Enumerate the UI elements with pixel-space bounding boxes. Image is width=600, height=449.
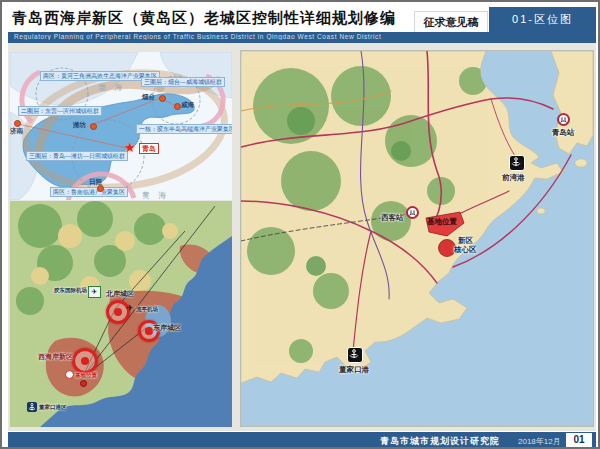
north-city-label: 北岸城区: [106, 289, 134, 299]
city-label-jinan: 济南: [10, 127, 23, 136]
dongjiakou-area-icon: [27, 402, 37, 412]
city-dot-jinan: [14, 120, 21, 127]
target-marker-west-coast: [72, 348, 98, 374]
qingdao-label-chip: 青岛: [139, 143, 159, 154]
regional-label-dongying-binzhou: 二圈层：东营—滨州城镇组群: [18, 106, 102, 116]
bohai-sea-label: 渤 海: [98, 82, 125, 93]
draft-stamp: 征求意见稿: [414, 11, 488, 33]
footer-band: [8, 432, 596, 448]
core-area-circle: [439, 240, 456, 257]
west-coast-label: 西海岸新区: [38, 352, 73, 362]
core-area-label-line1: 新区: [458, 237, 473, 245]
qingdao-star-icon: ★: [124, 141, 136, 154]
liuting-airport-icon: ✈: [126, 304, 134, 313]
west-station-label: 西客站: [381, 213, 404, 223]
site-ring-icon: [65, 370, 74, 379]
anchor-glyph: [27, 402, 37, 412]
city-dot-weihai: [174, 103, 181, 110]
liuting-airport-label: 流亭机场: [136, 306, 158, 312]
rail-glyph: [408, 208, 417, 217]
city-dot-yantai: [159, 95, 166, 102]
jiaodong-airport-icon: ✈: [88, 286, 101, 298]
site-location-label: 基地位置: [427, 217, 457, 227]
city-dot-weifang: [90, 123, 97, 130]
page-number: 01: [566, 433, 592, 447]
institute-name: 青岛市城市规划设计研究院: [380, 435, 500, 448]
sheet-number-badge: 01-区位图: [489, 7, 596, 32]
regional-label-lunan-port: 两区：鲁南临港产业聚集区: [50, 187, 128, 197]
page-title: 青岛西海岸新区（黄岛区）老城区控制性详细规划修编: [12, 9, 396, 28]
regional-label-qingdao-weifang-rizhao: 三圈层：青岛—潍坊—日照城镇组群: [26, 151, 128, 161]
metro-area-map: 北岸城区 东岸城区 西海岸新区 ✈ 胶东国际机场 ✈ 流亭机场 基地位置 董家口…: [10, 201, 232, 427]
city-label-weihai: 威海: [181, 101, 194, 110]
east-city-label: 东岸城区: [153, 323, 181, 333]
regional-label-jiaodong-core: 一核：胶东半岛高端海洋产业聚集区: [136, 124, 232, 134]
site-dot: [80, 380, 87, 387]
qingdao-station-icon: [557, 113, 570, 126]
regional-label-yantai-weihai: 三圈层：烟台—威海城镇组群: [141, 77, 225, 87]
qianwan-port-icon: [509, 155, 525, 171]
location-map: 西客站 基地位置 新区 核心区 前湾港 董家口港 青岛站: [240, 50, 594, 427]
anchor-glyph: [510, 156, 522, 168]
city-label-rizhao: 日照: [89, 178, 102, 187]
qianwan-port-label: 前湾港: [502, 173, 525, 183]
city-label-yantai: 烟台: [142, 93, 155, 102]
anchor-glyph: [348, 348, 360, 360]
qingdao-station-label: 青岛站: [552, 128, 575, 138]
dongjiakou-port-icon: [347, 347, 363, 363]
plan-sheet: 青岛西海岸新区（黄岛区）老城区控制性详细规划修编 征求意见稿 01-区位图 Re…: [0, 0, 600, 449]
yellow-sea-label: 黄 海: [142, 190, 169, 200]
site-mini-label: 基地位置: [75, 372, 97, 378]
dongjiakou-port-label: 董家口港: [339, 365, 369, 375]
regional-strategy-map: 两区：黄河三角洲高效生态海洋产业聚集区 三圈层：烟台—威海城镇组群 二圈层：东营…: [10, 52, 232, 200]
core-area-label-line2: 核心区: [454, 246, 477, 254]
dongjiakou-area-label: 董家口港区: [39, 404, 67, 410]
rail-glyph: [559, 115, 568, 124]
sheet-date: 2018年12月: [518, 436, 561, 447]
subtitle-english: Regulatory Planning of Peripheral Region…: [14, 33, 574, 40]
jiaodong-airport-label: 胶东国际机场: [54, 287, 88, 293]
west-station-icon: [406, 206, 419, 219]
city-label-weifang: 潍坊: [73, 121, 86, 130]
location-map-geometry: [241, 51, 593, 426]
